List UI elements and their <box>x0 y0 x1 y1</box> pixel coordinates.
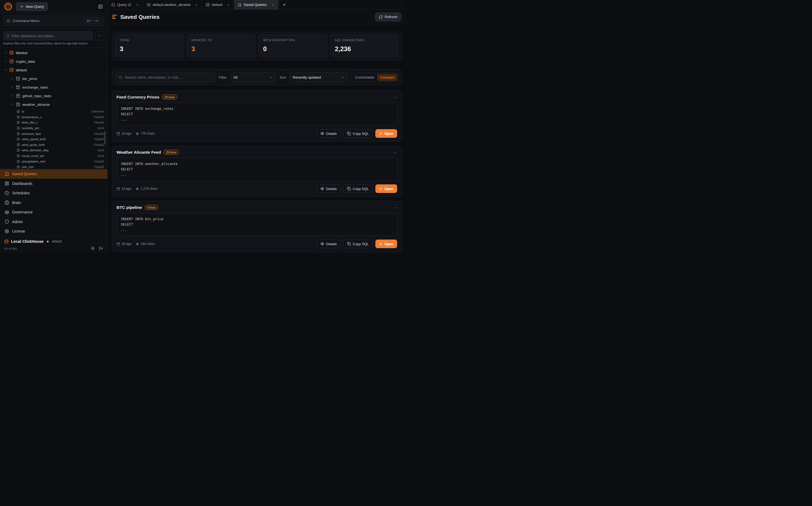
database-icon <box>4 239 9 244</box>
columns-icon <box>17 143 20 147</box>
query-toolbar: Filter All Sort Recently updated Comfort… <box>112 69 402 85</box>
copy-sql-button[interactable]: Copy SQL <box>343 240 373 248</box>
sql-line: INSERT INTO exchange_rates <box>121 106 393 111</box>
tab-query-11[interactable]: Query 11 <box>108 0 143 9</box>
logo-outer-ring: CHUI <box>5 3 12 10</box>
connection-status[interactable]: Local ClickHouse default <box>0 236 107 244</box>
open-button[interactable]: Open <box>375 240 397 248</box>
density-compact-option[interactable]: Compact <box>377 74 397 81</box>
command-menu-button[interactable]: Command Menu ⌘K / ⌥K <box>3 16 104 26</box>
sidebar-item-dashboards[interactable]: Dashboards <box>0 179 107 188</box>
connection-database: default <box>52 240 62 243</box>
sql-line: SELECT <box>121 111 393 117</box>
query-card-feed-currency-prices: Feed Currency Prices 25 lines ⋯ INSERT I… <box>112 91 402 142</box>
tree-column-pressure-hpa[interactable]: pressure_hpa Float32 <box>0 131 107 137</box>
close-tab-icon[interactable] <box>227 3 230 6</box>
query-search-field <box>115 72 215 82</box>
query-title: Weather Alicante Feed <box>116 150 161 155</box>
sidebar-item-saved-queries[interactable]: Saved Queries <box>0 169 107 179</box>
table-icon <box>16 94 20 98</box>
density-comfortable-option[interactable]: Comfortable <box>352 74 377 81</box>
tree-column-rain-mm[interactable]: rain_mm Float32 <box>0 164 107 169</box>
copy-icon <box>347 132 351 136</box>
tree-database-crypto-data[interactable]: crypto_data <box>0 57 107 66</box>
sidebar-item-schedules[interactable]: Schedules <box>0 188 107 198</box>
column-type: Float32 <box>94 165 104 168</box>
sidebar-item-brain[interactable]: Brain <box>0 198 107 207</box>
columns-icon <box>17 126 20 130</box>
sidebar-item-governance[interactable]: Governance <box>0 207 107 217</box>
card-menu-icon[interactable]: ⋯ <box>393 150 397 155</box>
calendar-icon <box>116 187 120 190</box>
sidebar-item-admin[interactable]: Admin <box>0 217 107 227</box>
query-title: Feed Currency Prices <box>116 95 159 100</box>
tree-column-wind-gusts-kmh[interactable]: wind_gusts_kmh Float32 <box>0 142 107 148</box>
tree-scrollbar-thumb[interactable] <box>104 131 105 145</box>
search-icon <box>119 75 122 79</box>
tree-column-feels-like-c[interactable]: feels_like_c Float32 <box>0 120 107 125</box>
close-tab-icon[interactable] <box>271 3 275 6</box>
stat-total-value: 3 <box>120 45 179 53</box>
new-tab-button[interactable] <box>279 0 290 9</box>
explorer-filter-hint: Explorer filter only. Use Command Menu a… <box>0 42 107 48</box>
copy-sql-button[interactable]: Copy SQL <box>343 184 373 193</box>
card-menu-icon[interactable]: ⋯ <box>393 95 397 99</box>
tab-default[interactable]: default <box>202 0 234 9</box>
tree-table-github-repo-stats[interactable]: github_repo_stats <box>0 91 107 100</box>
tree-column-temperature-c[interactable]: temperature_c Float32 <box>0 114 107 120</box>
tab-default-weather-alicante[interactable]: default.weather_alicante <box>143 0 202 9</box>
close-tab-icon[interactable] <box>136 3 139 6</box>
sql-line: INSERT INTO btc_price <box>121 217 393 222</box>
stat-sql-characters-value: 2,236 <box>335 45 394 53</box>
details-button[interactable]: Details <box>317 240 341 248</box>
stat-updated-7d: UPDATED 7D 3 <box>187 34 255 57</box>
tree-column-precipitation-mm[interactable]: precipitation_mm Float32 <box>0 159 107 164</box>
columns-icon <box>17 115 20 119</box>
tree-column-wind-direction-deg[interactable]: wind_direction_deg Int16 <box>0 148 107 153</box>
connection-name: Local ClickHouse <box>11 239 43 244</box>
new-query-button[interactable]: New Query <box>16 2 48 11</box>
logo-line2: UI <box>8 6 9 8</box>
close-tab-icon[interactable] <box>195 3 198 6</box>
details-button[interactable]: Details <box>317 184 341 193</box>
play-icon <box>379 187 383 190</box>
logo-inner-ring: CHUI <box>6 4 11 9</box>
explorer-filter-input[interactable] <box>12 34 90 38</box>
sort-select[interactable]: Recently updated <box>290 72 347 82</box>
chevron-down-icon <box>10 103 14 106</box>
card-menu-icon[interactable]: ⋯ <box>393 205 397 210</box>
sidebar-item-license[interactable]: License <box>0 227 107 236</box>
play-icon <box>379 242 383 246</box>
terminal-icon <box>111 3 115 7</box>
tree-column-cloud-cover-pct[interactable]: cloud_cover_pct Int16 <box>0 153 107 159</box>
logout-icon[interactable] <box>99 246 103 250</box>
refresh-button[interactable]: Refresh <box>375 12 401 21</box>
column-type: Float32 <box>94 160 104 163</box>
tree-column-wind-speed-kmh[interactable]: wind_speed_kmh Float32 <box>0 137 107 142</box>
tree-database-default[interactable]: default <box>0 66 107 74</box>
explorer-more-button[interactable]: ⋯ <box>95 31 104 40</box>
column-type: Float32 <box>94 121 104 124</box>
details-button[interactable]: Details <box>317 129 341 138</box>
lines-badge: 25 lines <box>164 150 179 155</box>
theme-toggle-sun-icon[interactable] <box>91 246 95 250</box>
filter-select[interactable]: All <box>230 72 276 82</box>
query-title: BTC pipeline <box>116 205 142 210</box>
column-type: DateTime <box>92 110 104 113</box>
tree-table-exchange-rates[interactable]: exchange_rates <box>0 83 107 91</box>
tree-table-weather-alicante[interactable]: weather_alicante <box>0 100 107 109</box>
query-search-input[interactable] <box>124 75 212 79</box>
eye-icon <box>320 187 324 190</box>
tree-database-bbloker[interactable]: bbloker <box>0 49 107 57</box>
tree-table-btc-price[interactable]: btc_price <box>0 74 107 83</box>
connection-online-dot <box>47 241 49 243</box>
tab-saved-queries[interactable]: Saved Queries <box>234 0 279 9</box>
tree-column-humidity-pct[interactable]: humidity_pct Int16 <box>0 125 107 131</box>
tree-column-ts[interactable]: ts DateTime <box>0 109 107 114</box>
open-button[interactable]: Open <box>375 184 397 193</box>
copy-sql-button[interactable]: Copy SQL <box>343 129 373 138</box>
open-button[interactable]: Open <box>375 129 397 138</box>
collapse-sidebar-button[interactable] <box>97 3 104 10</box>
app-logo[interactable]: CHUI <box>3 2 13 12</box>
tab-bar: Query 11 default.weather_alicante defaul… <box>108 0 406 10</box>
